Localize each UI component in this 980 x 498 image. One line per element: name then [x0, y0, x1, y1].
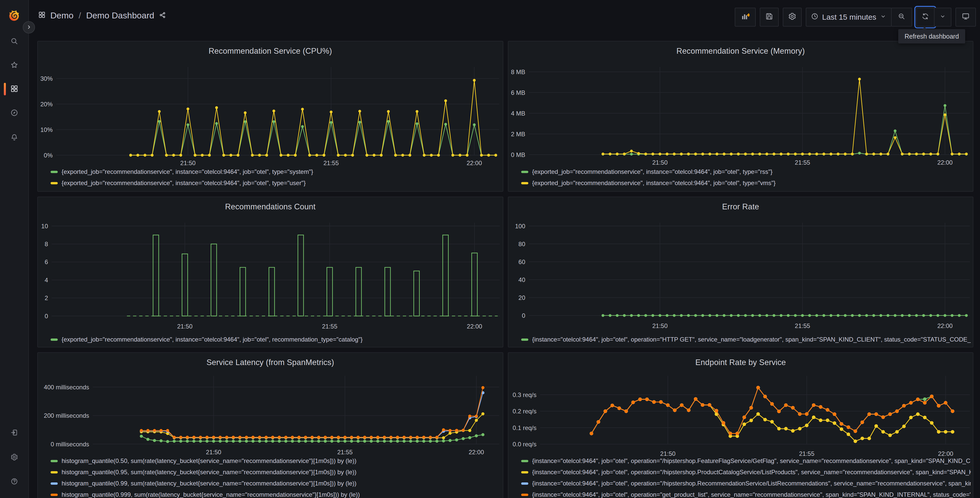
series-point — [140, 434, 143, 438]
legend-item[interactable]: {instance="otelcol:9464", job="otel", op… — [521, 491, 971, 498]
series-point — [137, 154, 139, 157]
sidebar-item-starred[interactable] — [6, 57, 22, 73]
y-tick-label: 0.3 req/s — [513, 391, 536, 398]
series-point — [751, 153, 754, 155]
add-panel-button[interactable] — [735, 8, 756, 27]
sidebar-item-configuration[interactable] — [6, 450, 22, 465]
x-tick-label: 21:55 — [795, 322, 810, 329]
series-point — [951, 410, 955, 413]
series-point — [822, 314, 825, 317]
series-point — [829, 153, 832, 155]
series-point — [153, 439, 156, 442]
legend-item[interactable]: {exported_job="recommendationservice", i… — [51, 336, 501, 343]
series-point — [881, 430, 885, 434]
sidebar-item-search[interactable] — [6, 34, 22, 49]
legend-item[interactable]: {instance="otelcol:9464", job="otel", op… — [521, 469, 971, 476]
sidebar-item-dashboards[interactable] — [6, 81, 22, 97]
legend-item[interactable]: {exported_job="recommendationservice", i… — [51, 179, 501, 187]
bar — [356, 267, 361, 316]
series-point — [304, 440, 307, 443]
series-point — [172, 154, 175, 157]
legend-item[interactable]: {instance="otelcol:9464", job="otel", op… — [521, 336, 971, 343]
series-point — [812, 415, 816, 419]
legend-swatch-green — [51, 460, 58, 462]
series-point — [370, 436, 373, 439]
sidebar-expand-button[interactable] — [23, 21, 35, 34]
refresh-interval-button[interactable] — [934, 8, 951, 27]
sidebar-item-sign-in[interactable] — [6, 425, 22, 441]
series-point — [481, 412, 484, 415]
series-point — [609, 153, 611, 155]
legend-swatch-green — [521, 171, 528, 173]
legend-item[interactable]: {exported_job="recommendationservice", i… — [521, 179, 971, 187]
x-tick-label: 21:55 — [322, 323, 337, 330]
dashboard-settings-button[interactable] — [783, 8, 802, 27]
series-point — [886, 153, 889, 155]
series-point — [923, 401, 927, 405]
x-tick-label: 22:00 — [938, 450, 953, 457]
zoom-out-button[interactable] — [891, 8, 912, 27]
x-tick-label: 21:55 — [323, 160, 339, 166]
grafana-logo-icon[interactable] — [8, 9, 20, 21]
save-dashboard-button[interactable] — [760, 8, 779, 27]
sidebar-item-explore[interactable] — [6, 105, 22, 121]
series-point — [737, 314, 740, 317]
compass-icon — [10, 109, 18, 118]
series-point — [146, 429, 150, 432]
series-point — [251, 436, 255, 439]
series-point — [212, 436, 215, 439]
series-point — [186, 108, 189, 110]
series-point — [965, 314, 968, 317]
kiosk-mode-button[interactable] — [956, 8, 976, 27]
series-point — [304, 436, 307, 439]
series-point — [376, 440, 379, 443]
add-panel-icon — [741, 12, 749, 22]
legend-item[interactable]: {exported_job="recommendationservice", i… — [51, 168, 501, 176]
refresh-button[interactable] — [916, 8, 934, 27]
legend-item[interactable]: histogram_quantile(0.999, sum(rate(laten… — [51, 491, 501, 498]
series-point — [219, 436, 222, 439]
series-point — [383, 436, 386, 439]
series-point — [271, 440, 274, 443]
series-point — [461, 437, 465, 440]
series-point — [416, 123, 418, 125]
time-range-button[interactable]: Last 15 minutes — [806, 8, 892, 27]
series-point — [881, 415, 885, 419]
breadcrumb-section[interactable]: Demo — [50, 11, 73, 21]
series-point — [151, 154, 154, 157]
series-point — [879, 153, 882, 155]
series-point — [323, 154, 326, 157]
series-point — [140, 429, 143, 432]
legend-item[interactable]: histogram_quantile(0.99, sum(rate(latenc… — [51, 480, 501, 487]
series-point — [765, 153, 768, 155]
legend-item[interactable]: {instance="otelcol:9464", job="otel", op… — [521, 480, 971, 487]
share-button[interactable] — [159, 11, 166, 19]
series-point — [701, 314, 704, 317]
series-point — [337, 436, 340, 439]
series-point — [872, 314, 875, 317]
series-point — [902, 425, 906, 428]
dashboards-grid-icon — [38, 11, 46, 20]
sidebar-item-alerting[interactable] — [6, 130, 22, 145]
legend-label: {instance="otelcol:9464", job="otel", op… — [532, 469, 971, 476]
series-point — [659, 153, 662, 155]
series-point — [872, 153, 875, 155]
series-point — [673, 153, 676, 155]
legend-item[interactable]: {instance="otelcol:9464", job="otel", op… — [521, 457, 971, 464]
series-point — [251, 440, 255, 443]
series-point — [909, 401, 913, 405]
sidebar-item-help[interactable] — [6, 474, 22, 489]
series-point — [723, 314, 725, 317]
series-point — [923, 397, 927, 401]
series-point — [376, 436, 379, 439]
series-point — [481, 433, 484, 436]
legend-item[interactable]: histogram_quantile(0.95, sum(rate(latenc… — [51, 469, 501, 476]
series-line-orange — [141, 388, 483, 437]
series-point — [895, 410, 899, 413]
y-tick-label: 80 — [519, 241, 525, 247]
series-point — [468, 429, 471, 432]
series-point — [902, 404, 906, 407]
legend-item[interactable]: histogram_quantile(0.50, sum(rate(latenc… — [51, 457, 501, 464]
series-point — [129, 154, 132, 157]
legend-item[interactable]: {exported_job="recommendationservice", i… — [521, 168, 971, 176]
